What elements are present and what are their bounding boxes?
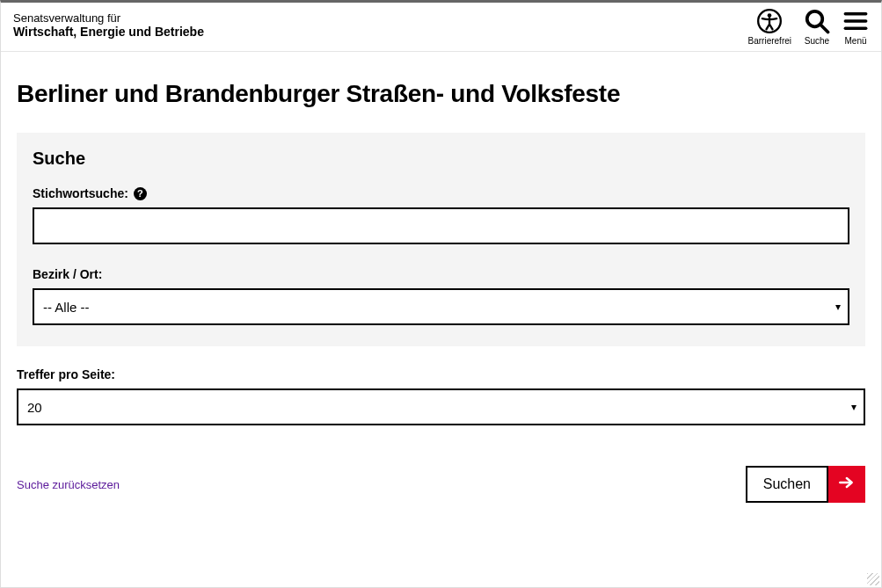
- site-identity: Senatsverwaltung für Wirtschaft, Energie…: [13, 8, 204, 39]
- header-search-label: Suche: [805, 36, 829, 46]
- org-name-line2: Wirtschaft, Energie und Betriebe: [13, 25, 204, 39]
- site-header: Senatsverwaltung für Wirtschaft, Energie…: [1, 3, 881, 52]
- org-name-line1: Senatsverwaltung für: [13, 11, 204, 25]
- submit-button[interactable]: Suchen: [746, 466, 828, 503]
- reset-link[interactable]: Suche zurücksetzen: [17, 478, 120, 491]
- page-title: Berliner und Brandenburger Straßen- und …: [17, 80, 865, 108]
- submit-arrow-button[interactable]: [828, 466, 865, 503]
- keyword-input[interactable]: [33, 207, 849, 244]
- menu-button[interactable]: Menü: [842, 8, 869, 46]
- main-content: Berliner und Brandenburger Straßen- und …: [1, 52, 881, 503]
- resize-grip-icon: [867, 573, 879, 585]
- search-heading: Suche: [33, 149, 849, 169]
- svg-line-3: [820, 25, 828, 33]
- accessibility-label: Barrierefrei: [748, 36, 791, 46]
- keyword-label-row: Stichwortsuche: ?: [33, 186, 849, 200]
- search-panel: Suche Stichwortsuche: ? Bezirk / Ort: --…: [17, 133, 865, 346]
- svg-point-1: [768, 13, 772, 18]
- accessibility-button[interactable]: Barrierefrei: [748, 8, 791, 46]
- arrow-right-icon: [837, 474, 855, 495]
- header-search-button[interactable]: Suche: [804, 8, 830, 46]
- header-actions: Barrierefrei Suche Menü: [748, 8, 869, 46]
- hamburger-icon: [842, 8, 869, 34]
- district-label: Bezirk / Ort:: [33, 267, 849, 281]
- keyword-label: Stichwortsuche:: [33, 186, 128, 200]
- accessibility-icon: [756, 8, 783, 34]
- search-icon: [804, 8, 830, 34]
- results-per-page-select[interactable]: 20: [17, 388, 865, 425]
- menu-label: Menü: [844, 36, 866, 46]
- form-footer: Suche zurücksetzen Suchen: [17, 466, 865, 503]
- results-per-page-label: Treffer pro Seite:: [17, 367, 865, 381]
- submit-group: Suchen: [746, 466, 865, 503]
- district-select[interactable]: -- Alle --: [33, 288, 849, 325]
- help-icon[interactable]: ?: [134, 187, 147, 200]
- results-per-page-block: Treffer pro Seite: 20 ▾: [17, 367, 865, 425]
